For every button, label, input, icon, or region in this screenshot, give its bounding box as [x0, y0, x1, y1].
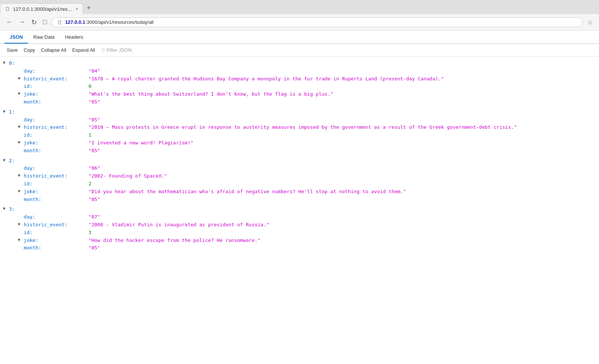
filter-label: ▽ Filter JSON [102, 47, 131, 53]
json-historic-event-row: historic_event:"2000 - Vladimir Putin is… [0, 221, 599, 229]
filter-text: Filter JSON [106, 47, 131, 53]
json-month-row: month:"05" [0, 98, 599, 106]
tab-headers[interactable]: Headers [60, 31, 88, 44]
json-joke-row: joke:"Did you hear about the mathematici… [0, 188, 599, 196]
json-index-row: 1: [0, 108, 599, 116]
toggle-3[interactable] [3, 205, 9, 212]
viewer-tabs: JSON Raw Data Headers [0, 31, 599, 44]
tab-close-button[interactable]: × [76, 6, 78, 12]
toggle-0[interactable] [3, 60, 9, 66]
forward-button[interactable]: → [17, 17, 27, 28]
index-label: 2: [9, 157, 15, 165]
copy-button[interactable]: Copy [22, 46, 37, 54]
document-icon: 🗋 [57, 19, 62, 25]
index-label: 0: [9, 60, 15, 67]
collapse-all-button[interactable]: Collapse All [39, 46, 68, 54]
json-day-row: day:"04" [0, 67, 599, 75]
json-index-row: 0: [0, 60, 599, 67]
reload-button[interactable]: ↻ [30, 17, 38, 28]
json-joke-row: joke:"What's the best thing about Switze… [0, 90, 599, 98]
page-icon: 🗋 [5, 6, 10, 12]
nav-bar: ← → ↻ □ 🗋 127.0.0.1:3000/api/v1/resource… [0, 14, 599, 31]
filter-icon: ▽ [102, 48, 105, 53]
viewer-toolbar: Save Copy Collapse All Expand All ▽ Filt… [0, 44, 599, 57]
json-day-row: day:"06" [0, 165, 599, 172]
expand-all-button[interactable]: Expand All [70, 46, 97, 54]
index-label: 3: [9, 205, 15, 213]
json-index-row: 2: [0, 157, 599, 165]
tab-title: 127.0.0.1:3000/api/v1/resources/tod... [13, 6, 73, 12]
split-view-button[interactable]: □ [41, 17, 48, 28]
address-path: :3000/api/v1/resources/today/all [85, 19, 154, 25]
json-id-row: id:3 [0, 229, 599, 237]
json-month-row: month:"05" [0, 147, 599, 155]
json-historic-event-row: historic_event:"2002- Founding of SpaceX… [0, 172, 599, 180]
tab-raw-data[interactable]: Raw Data [28, 31, 60, 44]
json-day-row: day:"07" [0, 213, 599, 221]
active-tab[interactable]: 🗋 127.0.0.1:3000/api/v1/resources/tod...… [0, 3, 83, 14]
json-id-row: id:1 [0, 131, 599, 139]
json-historic-event-row: historic_event:"2010 – Mass protests in … [0, 124, 599, 131]
toggle-2[interactable] [3, 157, 9, 164]
json-id-row: id:0 [0, 83, 599, 90]
new-tab-button[interactable]: + [83, 2, 95, 14]
json-id-row: id:2 [0, 180, 599, 188]
back-button[interactable]: ← [4, 17, 14, 28]
json-content: 0:day:"04"historic_event:"1670 – A royal… [0, 57, 599, 364]
json-historic-event-row: historic_event:"1670 – A royal charter g… [0, 75, 599, 83]
bookmark-button[interactable]: ☆ [586, 17, 595, 28]
address-host: 127.0.0.1 [65, 19, 85, 25]
json-viewer: JSON Raw Data Headers Save Copy Collapse… [0, 31, 599, 364]
json-joke-row: joke:"How did the hacker escape from the… [0, 237, 599, 245]
json-joke-row: joke:"I invented a new word! Plagiarism!… [0, 139, 599, 147]
tab-json[interactable]: JSON [4, 31, 28, 44]
json-day-row: day:"05" [0, 116, 599, 124]
tab-bar: 🗋 127.0.0.1:3000/api/v1/resources/tod...… [0, 0, 599, 14]
index-label: 1: [9, 108, 15, 116]
json-month-row: month:"05" [0, 244, 599, 252]
save-button[interactable]: Save [4, 46, 20, 54]
address-bar[interactable]: 🗋 127.0.0.1:3000/api/v1/resources/today/… [51, 17, 583, 27]
json-index-row: 3: [0, 205, 599, 213]
toggle-1[interactable] [3, 108, 9, 115]
json-month-row: month:"05" [0, 196, 599, 204]
address-text: 127.0.0.1:3000/api/v1/resources/today/al… [65, 19, 577, 25]
